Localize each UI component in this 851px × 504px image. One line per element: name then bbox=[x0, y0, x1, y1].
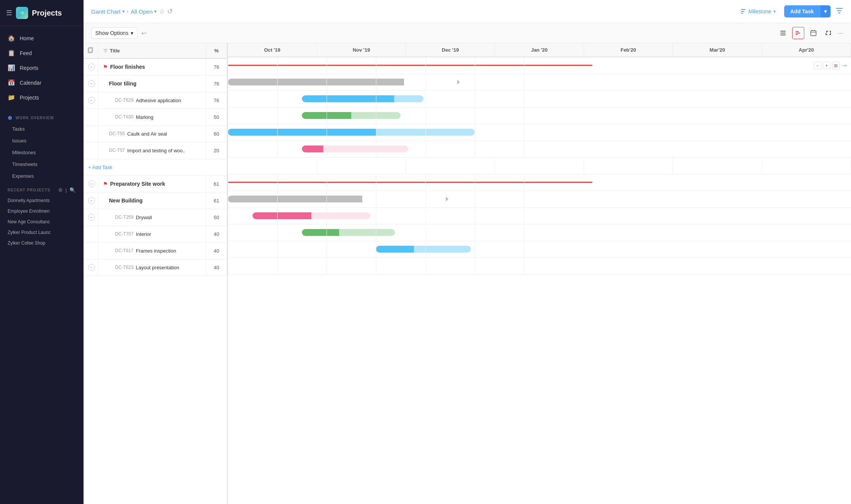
milestone-chevron: ▾ bbox=[774, 9, 776, 14]
search-icon-2[interactable]: 🔍 bbox=[69, 187, 76, 193]
recent-project-1[interactable]: Employee Enrollmen bbox=[0, 206, 84, 216]
task-name[interactable]: Layout presentation bbox=[136, 265, 179, 270]
svg-rect-0 bbox=[741, 9, 745, 10]
task-name[interactable]: Frames inspection bbox=[136, 248, 176, 254]
sidebar-item-feed[interactable]: 📋 Feed bbox=[0, 46, 84, 60]
task-name[interactable]: Caulk and Air seal bbox=[127, 131, 167, 137]
left-row-new-building: −New Building61 bbox=[84, 192, 227, 209]
expand-button[interactable]: − bbox=[88, 63, 95, 70]
expand-button[interactable]: − bbox=[88, 180, 95, 187]
right-row-new-building bbox=[228, 191, 851, 207]
expand-button[interactable]: − bbox=[88, 80, 95, 87]
svg-rect-3 bbox=[780, 31, 786, 32]
gantt-view-icon bbox=[795, 30, 801, 36]
row-control-button[interactable]: + bbox=[823, 62, 830, 69]
bar-left-arrow bbox=[253, 213, 255, 218]
topbar: Gantt Chart ▾ › All Open ▾ ☆ ↺ Milestone… bbox=[84, 0, 851, 23]
task-name[interactable]: Adhesive application bbox=[136, 98, 181, 103]
row-control-button[interactable]: ⊞ bbox=[832, 62, 840, 69]
percent-cell: 76 bbox=[206, 58, 227, 75]
milestone-button[interactable]: Milestone ▾ bbox=[736, 6, 780, 17]
sidebar-item-milestones[interactable]: Milestones bbox=[0, 147, 84, 158]
sidebar-item-expenses[interactable]: Expenses bbox=[0, 170, 84, 182]
sidebar-item-home[interactable]: 🏠 Home bbox=[0, 31, 84, 46]
add-task-button[interactable]: Add Task ▾ bbox=[784, 5, 830, 17]
breadcrumb-all-open[interactable]: All Open ▾ bbox=[131, 8, 156, 15]
task-name[interactable]: Floor tiling bbox=[109, 81, 136, 87]
topbar-right: Milestone ▾ Add Task ▾ bbox=[736, 5, 843, 17]
home-icon: 🏠 bbox=[8, 35, 15, 42]
row-controls: −+⊞→ bbox=[814, 62, 848, 70]
sidebar-item-feed-label: Feed bbox=[20, 50, 32, 56]
expand-button[interactable]: − bbox=[88, 264, 95, 271]
favorite-icon[interactable]: ☆ bbox=[159, 7, 165, 16]
task-name[interactable]: New Building bbox=[109, 197, 143, 204]
month-header-1: Nov '19 bbox=[317, 43, 406, 57]
recent-project-4[interactable]: Zylker Cofee Shop bbox=[0, 238, 84, 248]
task-name[interactable]: Floor finishes bbox=[110, 64, 145, 70]
add-task-link[interactable]: + Add Task bbox=[84, 159, 227, 175]
row-control-button[interactable]: − bbox=[814, 62, 821, 69]
recent-project-3[interactable]: Zylker Product Launc bbox=[0, 227, 84, 238]
add-task-label: Add Task bbox=[784, 5, 820, 17]
sidebar-item-tasks[interactable]: Tasks bbox=[0, 123, 84, 135]
refresh-icon[interactable]: ↺ bbox=[167, 7, 173, 16]
task-name[interactable]: Import and testing of woo.. bbox=[127, 148, 185, 153]
sidebar-item-timesheets[interactable]: Timesheets bbox=[0, 158, 84, 170]
bar-left-arrow bbox=[228, 197, 230, 201]
app-title: Projects bbox=[32, 9, 62, 17]
filter-icon[interactable]: ⚙ bbox=[58, 187, 63, 193]
bar-right-arrow bbox=[469, 247, 471, 251]
task-id: DC-T630 bbox=[115, 114, 134, 120]
sidebar-item-projects[interactable]: 📁 Projects bbox=[0, 90, 84, 105]
gantt-view-button[interactable] bbox=[792, 27, 804, 39]
list-view-button[interactable] bbox=[777, 27, 789, 39]
expand-button[interactable]: − bbox=[88, 214, 95, 221]
right-row-dc-t623 bbox=[228, 258, 851, 274]
expand-button[interactable]: − bbox=[88, 97, 95, 104]
task-name[interactable]: Preparatory Site work bbox=[110, 181, 165, 187]
recent-project-0[interactable]: Donnelly Apartments bbox=[0, 195, 84, 206]
right-row-dc-t617 bbox=[228, 241, 851, 258]
sort-icon bbox=[103, 48, 108, 54]
milestone-label: Milestone bbox=[748, 8, 771, 14]
task-id: DC-T259 bbox=[115, 215, 134, 220]
left-row-floor-tiling: −Floor tiling76 bbox=[84, 75, 227, 92]
sidebar-item-calendar[interactable]: 📅 Calendar bbox=[0, 75, 84, 90]
bar-left-arrow bbox=[302, 147, 304, 151]
more-options-button[interactable]: ··· bbox=[838, 29, 843, 37]
toolbar: Show Options ▾ ↩ bbox=[84, 23, 851, 43]
bar-left-arrow bbox=[228, 80, 230, 84]
left-row-dc-t623: −DC-T623 Layout presentation40 bbox=[84, 259, 227, 276]
task-name[interactable]: Marking bbox=[136, 114, 153, 120]
search-icon[interactable]: | bbox=[65, 187, 67, 193]
task-id: DC-T55 bbox=[109, 131, 125, 136]
bar-floor-finishes bbox=[228, 65, 592, 66]
left-row-dc-t57: DC-T57 Import and testing of woo..20 bbox=[84, 142, 227, 159]
sidebar: ☰ Projects 🏠 Home 📋 Feed 📊 Reports 📅 Cal… bbox=[0, 0, 84, 504]
show-options-button[interactable]: Show Options ▾ bbox=[91, 27, 137, 39]
undo-button[interactable]: ↩ bbox=[141, 30, 146, 37]
recent-project-2[interactable]: New Age Consultanc bbox=[0, 216, 84, 227]
expand-view-button[interactable] bbox=[823, 27, 835, 39]
percent-cell: 76 bbox=[206, 92, 227, 109]
work-overview-section: ⊕ WORK OVERVIEW bbox=[0, 109, 84, 123]
bar-right-arrow bbox=[446, 197, 448, 201]
task-name[interactable]: Interior bbox=[136, 231, 151, 237]
sidebar-item-reports[interactable]: 📊 Reports bbox=[0, 60, 84, 75]
task-name[interactable]: Drywall bbox=[136, 215, 152, 220]
filter-button[interactable] bbox=[835, 6, 843, 17]
breadcrumb-gantt-chart[interactable]: Gantt Chart ▾ bbox=[91, 8, 125, 15]
bar-dc-t617 bbox=[376, 246, 471, 253]
expand-button[interactable]: − bbox=[88, 197, 95, 204]
bar-left-arrow bbox=[302, 230, 304, 235]
calendar-view-button[interactable] bbox=[807, 27, 819, 39]
bar-right-arrow bbox=[457, 80, 459, 84]
add-task-dropdown-arrow[interactable]: ▾ bbox=[820, 5, 830, 17]
hamburger-icon[interactable]: ☰ bbox=[6, 9, 12, 17]
sidebar-item-issues[interactable]: Issues bbox=[0, 135, 84, 147]
bar-dc-t630 bbox=[302, 112, 401, 119]
bar-preparatory-site bbox=[228, 182, 592, 183]
bar-right-arrow bbox=[398, 113, 401, 118]
bar-left-arrow bbox=[302, 113, 304, 118]
